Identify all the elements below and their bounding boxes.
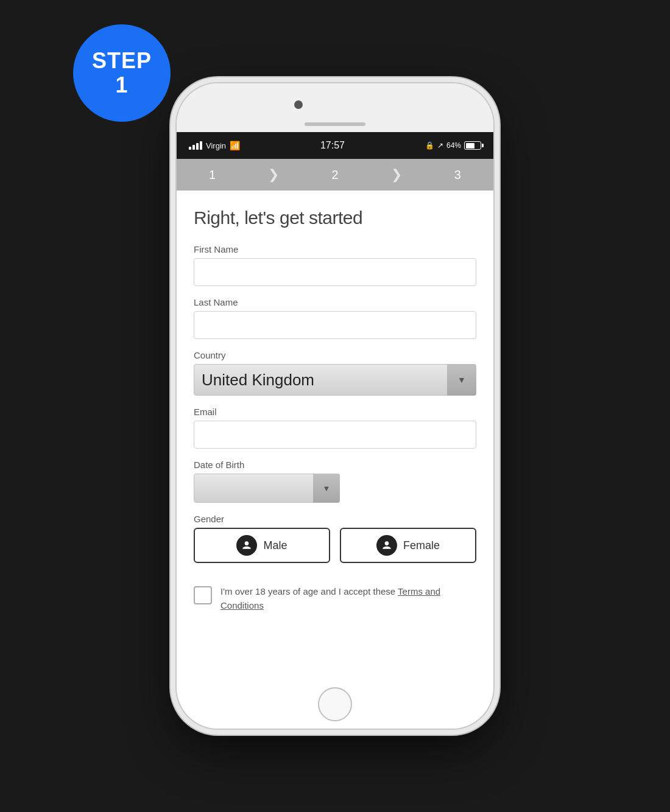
email-group: Email [194,407,476,449]
gender-group: Gender Male Female [194,514,476,563]
gender-female-button[interactable]: Female [340,528,476,563]
home-button[interactable] [318,687,352,721]
step-badge: STEP1 [73,24,171,122]
wifi-icon: 📶 [230,141,240,150]
phone-top [177,83,493,132]
battery-fill [466,143,475,149]
terms-row: I'm over 18 years of age and I accept th… [194,585,476,612]
email-input[interactable] [194,421,476,449]
last-name-input[interactable] [194,311,476,339]
step-arrow-1: ❯ [268,167,279,183]
step-arrow-2: ❯ [391,167,402,183]
signal-bar-4 [200,141,202,150]
female-label: Female [403,539,440,552]
last-name-group: Last Name [194,297,476,339]
gender-male-button[interactable]: Male [194,528,330,563]
male-icon [236,535,257,556]
lock-icon: 🔒 [425,141,434,150]
terms-checkbox[interactable] [194,586,212,604]
male-person-svg [241,539,253,551]
terms-text: I'm over 18 years of age and I accept th… [220,585,476,612]
carrier-name: Virgin [206,141,226,150]
female-person-svg [381,539,393,551]
first-name-label: First Name [194,244,476,254]
signal-bars [189,141,202,150]
step-indicator: 1 ❯ 2 ❯ 3 [177,159,493,191]
status-right: 🔒 ↗ 64% [425,141,481,150]
dob-group: Date of Birth January 1990 February 1990… [194,460,476,503]
female-icon [376,535,397,556]
step-2-num: 2 [331,168,338,182]
step-3-num: 3 [454,168,461,182]
status-bar: Virgin 📶 17:57 🔒 ↗ 64% [177,132,493,159]
location-icon: ↗ [437,141,443,150]
phone-bottom [177,680,493,729]
gender-label: Gender [194,514,476,524]
dob-label: Date of Birth [194,460,476,470]
country-group: Country United Kingdom United States Aus… [194,350,476,396]
battery-percent: 64% [446,141,461,150]
signal-bar-2 [192,145,195,150]
battery-indicator [464,141,481,150]
country-select-wrapper: United Kingdom United States Australia C… [194,364,476,396]
status-time: 17:57 [320,140,345,151]
step-1-num: 1 [209,168,216,182]
phone-speaker [305,122,365,126]
last-name-label: Last Name [194,297,476,307]
terms-text-before: I'm over 18 years of age and I accept th… [220,586,398,597]
country-select[interactable]: United Kingdom United States Australia C… [194,364,476,396]
dob-select-wrapper: January 1990 February 1990 ▼ [194,474,340,503]
dob-select[interactable]: January 1990 February 1990 [194,474,340,503]
step-badge-text: STEP1 [92,49,152,97]
phone-frame: Virgin 📶 17:57 🔒 ↗ 64% 1 ❯ 2 ❯ 3 Right, … [177,83,493,729]
male-label: Male [263,539,287,552]
country-label: Country [194,350,476,360]
phone-camera [294,100,303,109]
signal-bar-3 [196,143,199,150]
page-title: Right, let's get started [194,208,476,228]
phone-content: Right, let's get started First Name Last… [177,191,493,680]
gender-row: Male Female [194,528,476,563]
first-name-group: First Name [194,244,476,286]
first-name-input[interactable] [194,258,476,286]
email-label: Email [194,407,476,417]
status-left: Virgin 📶 [189,141,240,150]
signal-bar-1 [189,147,191,150]
